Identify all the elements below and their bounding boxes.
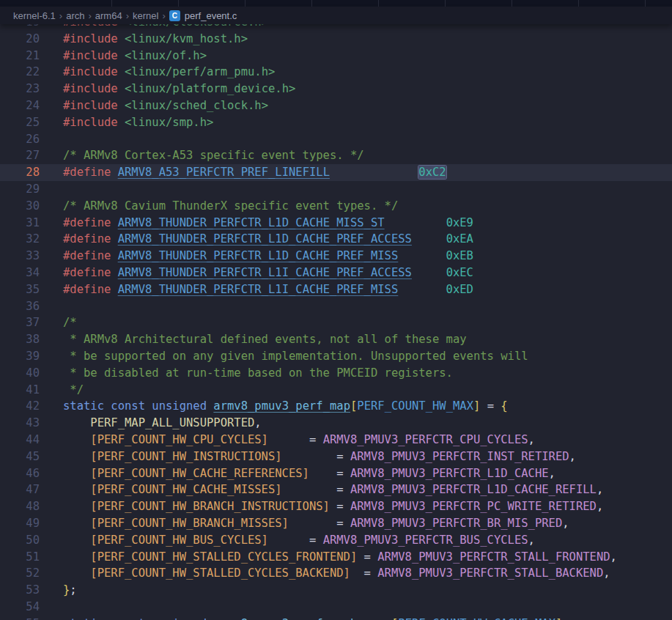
- line-number[interactable]: 38: [0, 331, 40, 348]
- code-line[interactable]: 42static const unsigned armv8_pmuv3_perf…: [0, 398, 672, 415]
- code-line[interactable]: 41 */: [0, 382, 672, 399]
- line-number[interactable]: 54: [0, 599, 40, 616]
- line-number[interactable]: 49: [0, 515, 40, 532]
- code-line[interactable]: 28#define ARMV8_A53_PERFCTR_PREF_LINEFIL…: [0, 164, 672, 181]
- code-line[interactable]: 34#define ARMV8_THUNDER_PERFCTR_L1I_CACH…: [0, 265, 672, 281]
- code-line[interactable]: 37/*: [0, 314, 672, 331]
- line-number[interactable]: 24: [0, 97, 40, 114]
- line-number[interactable]: 37: [0, 314, 40, 331]
- code-line[interactable]: 25#include <linux/smp.h>: [0, 114, 672, 131]
- line-number[interactable]: 44: [0, 432, 40, 449]
- chevron-right-icon: ›: [59, 10, 62, 21]
- breadcrumb-segment-kernel[interactable]: kernel: [133, 10, 158, 21]
- code-line[interactable]: 36: [0, 298, 672, 315]
- code-line[interactable]: 27/* ARMv8 Cortex-A53 specific event typ…: [0, 147, 672, 164]
- chevron-right-icon: ›: [126, 10, 129, 21]
- code-line[interactable]: 23#include <linux/platform_device.h>: [0, 81, 672, 97]
- line-number[interactable]: 52: [0, 565, 40, 582]
- code-line[interactable]: 29: [0, 181, 672, 198]
- line-number[interactable]: 29: [0, 181, 40, 198]
- line-number[interactable]: 32: [0, 231, 40, 248]
- code-text: #include <linux/kvm_host.h>: [40, 31, 248, 48]
- chevron-right-icon: ›: [162, 10, 165, 21]
- tab-separator: [378, 0, 379, 7]
- line-number[interactable]: 43: [0, 415, 40, 432]
- line-number[interactable]: 46: [0, 465, 40, 482]
- code-text: [PERF_COUNT_HW_BRANCH_MISSES] = ARMV8_PM…: [40, 515, 569, 532]
- line-number[interactable]: 25: [0, 114, 40, 131]
- code-line[interactable]: 47 [PERF_COUNT_HW_CACHE_MISSES] = ARMV8_…: [0, 481, 672, 498]
- code-text: #define ARMV8_THUNDER_PERFCTR_L1D_CACHE_…: [40, 248, 473, 265]
- line-number[interactable]: 42: [0, 398, 40, 415]
- line-number[interactable]: 26: [0, 131, 40, 148]
- line-number[interactable]: 23: [0, 81, 40, 97]
- breadcrumb-file[interactable]: perf_event.c: [185, 10, 237, 21]
- line-number[interactable]: 30: [0, 198, 40, 215]
- code-line[interactable]: 50 [PERF_COUNT_HW_BUS_CYCLES] = ARMV8_PM…: [0, 532, 672, 549]
- line-number[interactable]: 31: [0, 215, 40, 232]
- line-number[interactable]: 51: [0, 549, 40, 566]
- code-line[interactable]: 33#define ARMV8_THUNDER_PERFCTR_L1D_CACH…: [0, 248, 672, 265]
- code-line[interactable]: 52 [PERF_COUNT_HW_STALLED_CYCLES_BACKEND…: [0, 565, 672, 582]
- line-number[interactable]: 47: [0, 481, 40, 498]
- code-line[interactable]: 48 [PERF_COUNT_HW_BRANCH_INSTRUCTIONS] =…: [0, 498, 672, 515]
- code-line[interactable]: 51 [PERF_COUNT_HW_STALLED_CYCLES_FRONTEN…: [0, 549, 672, 566]
- code-line[interactable]: 20#include <linux/kvm_host.h>: [0, 31, 672, 48]
- line-number[interactable]: 21: [0, 48, 40, 64]
- tab-separator: [311, 0, 312, 7]
- code-line[interactable]: 46 [PERF_COUNT_HW_CACHE_REFERENCES] = AR…: [0, 465, 672, 482]
- line-number[interactable]: 19: [0, 24, 40, 31]
- code-line[interactable]: 43 PERF_MAP_ALL_UNSUPPORTED,: [0, 415, 672, 432]
- code-editor[interactable]: 19#include <linux/clocksource.h>20#inclu…: [0, 24, 672, 620]
- line-number[interactable]: 36: [0, 298, 40, 315]
- code-text: [40, 181, 63, 198]
- breadcrumb-segment-root[interactable]: kernel-6.1: [13, 10, 56, 21]
- code-line[interactable]: 22#include <linux/perf/arm_pmu.h>: [0, 64, 672, 81]
- code-line[interactable]: 19#include <linux/clocksource.h>: [0, 24, 672, 31]
- line-number[interactable]: 35: [0, 281, 40, 298]
- code-text: PERF_MAP_ALL_UNSUPPORTED,: [40, 415, 262, 432]
- code-line[interactable]: 26: [0, 131, 672, 148]
- line-number[interactable]: 34: [0, 265, 40, 281]
- code-text: * ARMv8 Architectural defined events, no…: [40, 331, 467, 348]
- line-number[interactable]: 50: [0, 532, 40, 549]
- code-text: #include <linux/sched_clock.h>: [40, 97, 268, 114]
- code-line[interactable]: 38 * ARMv8 Architectural defined events,…: [0, 331, 672, 348]
- line-number[interactable]: 27: [0, 147, 40, 164]
- line-number[interactable]: 41: [0, 382, 40, 399]
- line-number[interactable]: 40: [0, 365, 40, 382]
- code-text: [PERF_COUNT_HW_CACHE_MISSES] = ARMV8_PMU…: [40, 481, 603, 498]
- code-text: [PERF_COUNT_HW_BRANCH_INSTRUCTIONS] = AR…: [40, 498, 603, 515]
- code-text: [40, 298, 63, 315]
- code-line[interactable]: 30/* ARMv8 Cavium ThunderX specific even…: [0, 198, 672, 215]
- code-line[interactable]: 31#define ARMV8_THUNDER_PERFCTR_L1D_CACH…: [0, 215, 672, 232]
- code-line[interactable]: 55static const unsigned armv8_pmuv3_perf…: [0, 616, 672, 620]
- code-line[interactable]: 24#include <linux/sched_clock.h>: [0, 97, 672, 114]
- code-line[interactable]: 32#define ARMV8_THUNDER_PERFCTR_L1D_CACH…: [0, 231, 672, 248]
- code-line[interactable]: 53};: [0, 582, 672, 599]
- line-number[interactable]: 20: [0, 31, 40, 48]
- line-number[interactable]: 53: [0, 582, 40, 599]
- code-line[interactable]: 44 [PERF_COUNT_HW_CPU_CYCLES] = ARMV8_PM…: [0, 432, 672, 449]
- breadcrumb-segment-arm64[interactable]: arm64: [95, 10, 122, 21]
- code-line[interactable]: 40 * be disabled at run-time based on th…: [0, 365, 672, 382]
- line-number[interactable]: 33: [0, 248, 40, 265]
- line-number[interactable]: 45: [0, 449, 40, 465]
- code-line[interactable]: 35#define ARMV8_THUNDER_PERFCTR_L1I_CACH…: [0, 281, 672, 298]
- line-number[interactable]: 22: [0, 64, 40, 81]
- code-line[interactable]: 21#include <linux/of.h>: [0, 48, 672, 64]
- c-file-icon: C: [169, 10, 180, 21]
- line-number[interactable]: 39: [0, 348, 40, 365]
- line-number[interactable]: 55: [0, 616, 40, 620]
- code-line[interactable]: 39 * be supported on any given implement…: [0, 348, 672, 365]
- tab-separator: [578, 0, 579, 7]
- line-number[interactable]: 28: [0, 164, 40, 181]
- line-number[interactable]: 48: [0, 498, 40, 515]
- code-text: #include <linux/perf/arm_pmu.h>: [40, 64, 275, 81]
- code-line[interactable]: 54: [0, 599, 672, 616]
- code-text: #define ARMV8_THUNDER_PERFCTR_L1D_CACHE_…: [40, 215, 473, 232]
- code-line[interactable]: 45 [PERF_COUNT_HW_INSTRUCTIONS] = ARMV8_…: [0, 449, 672, 465]
- breadcrumb-segment-arch[interactable]: arch: [66, 10, 84, 21]
- code-line[interactable]: 49 [PERF_COUNT_HW_BRANCH_MISSES] = ARMV8…: [0, 515, 672, 532]
- code-text: #define ARMV8_A53_PERFCTR_PREF_LINEFILL …: [40, 164, 446, 181]
